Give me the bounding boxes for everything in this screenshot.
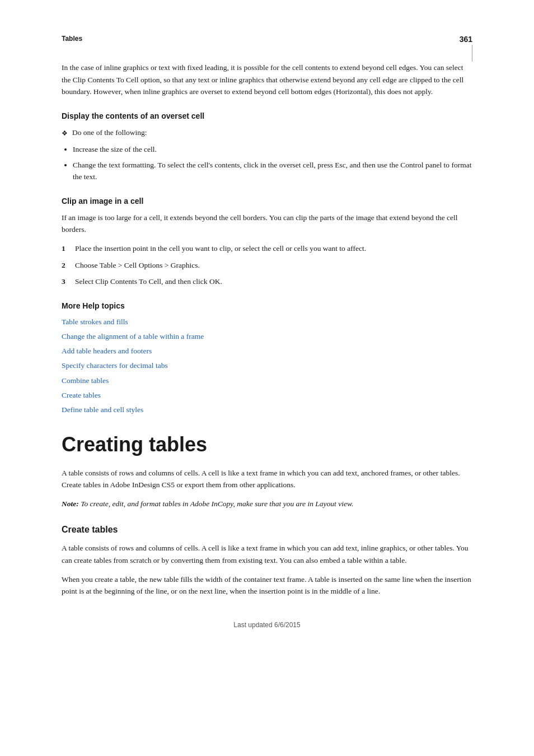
note-label: Note: bbox=[62, 500, 79, 508]
create-tables-p2: When you create a table, the new table f… bbox=[62, 573, 472, 598]
chapter-title: Creating tables bbox=[62, 432, 472, 456]
create-tables-p1: A table consists of rows and columns of … bbox=[62, 542, 472, 566]
step-1-text: Place the insertion point in the cell yo… bbox=[75, 242, 366, 255]
more-help-heading: More Help topics bbox=[62, 300, 472, 312]
page-number: 361 bbox=[460, 34, 472, 45]
diamond-item: ❖ Do one of the following: bbox=[62, 127, 472, 139]
display-contents-heading: Display the contents of an overset cell bbox=[62, 110, 472, 122]
clip-image-heading: Clip an image in a cell bbox=[62, 195, 472, 207]
section-label: Tables bbox=[62, 34, 82, 44]
top-divider bbox=[472, 45, 472, 62]
help-link-6[interactable]: Create tables bbox=[62, 390, 472, 401]
step-2-text: Choose Table > Cell Options > Graphics. bbox=[75, 259, 200, 272]
help-link-1[interactable]: Table strokes and fills bbox=[62, 316, 472, 328]
bullet-item-1: Increase the size of the cell. bbox=[73, 143, 472, 156]
step-3-text: Select Clip Contents To Cell, and then c… bbox=[75, 276, 222, 288]
footer: Last updated 6/6/2015 bbox=[62, 620, 472, 630]
note-paragraph: Note: To create, edit, and format tables… bbox=[62, 498, 472, 510]
step-1: 1 Place the insertion point in the cell … bbox=[62, 242, 472, 255]
diamond-symbol: ❖ bbox=[62, 128, 68, 139]
page-container: Tables 361 In the case of inline graphic… bbox=[0, 0, 534, 756]
clip-image-section: Clip an image in a cell If an image is t… bbox=[62, 195, 472, 288]
help-link-4[interactable]: Specify characters for decimal tabs bbox=[62, 360, 472, 371]
bullet-item-2: Change the text formatting. To select th… bbox=[73, 159, 472, 183]
bullet-list: Increase the size of the cell. Change th… bbox=[73, 143, 472, 183]
help-link-2[interactable]: Change the alignment of a table within a… bbox=[62, 331, 472, 342]
note-body: To create, edit, and format tables in Ad… bbox=[81, 500, 353, 508]
creating-tables-chapter: Creating tables A table consists of rows… bbox=[62, 432, 472, 597]
more-help-section: More Help topics Table strokes and fills… bbox=[62, 300, 472, 416]
creating-tables-intro1: A table consists of rows and columns of … bbox=[62, 467, 472, 491]
content-area: In the case of inline graphics or text w… bbox=[62, 62, 472, 630]
step-3-number: 3 bbox=[62, 276, 69, 288]
help-link-3[interactable]: Add table headers and footers bbox=[62, 346, 472, 357]
step-2: 2 Choose Table > Cell Options > Graphics… bbox=[62, 259, 472, 272]
step-3: 3 Select Clip Contents To Cell, and then… bbox=[62, 276, 472, 288]
help-link-5[interactable]: Combine tables bbox=[62, 375, 472, 386]
step-2-number: 2 bbox=[62, 259, 69, 272]
diamond-text: Do one of the following: bbox=[72, 127, 147, 139]
display-contents-section: Display the contents of an overset cell … bbox=[62, 110, 472, 183]
clip-image-intro: If an image is too large for a cell, it … bbox=[62, 212, 472, 236]
create-tables-heading: Create tables bbox=[62, 523, 472, 536]
help-link-7[interactable]: Define table and cell styles bbox=[62, 404, 472, 416]
step-1-number: 1 bbox=[62, 242, 69, 255]
intro-paragraph: In the case of inline graphics or text w… bbox=[62, 62, 472, 98]
